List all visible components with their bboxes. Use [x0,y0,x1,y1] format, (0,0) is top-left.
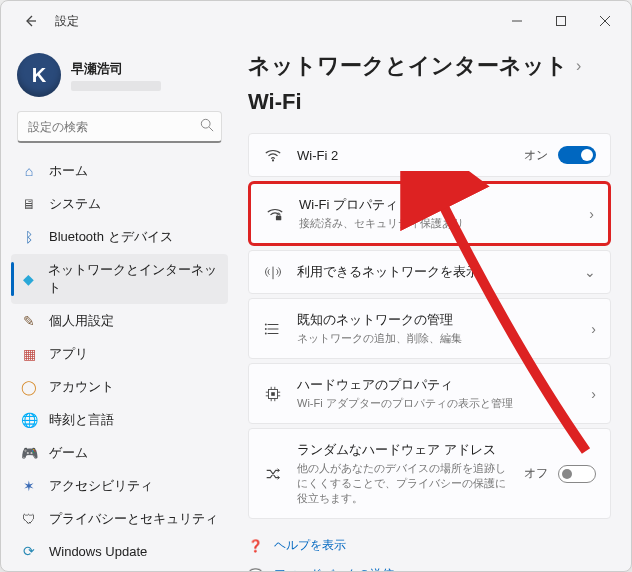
sidebar: K 早瀬浩司 ⌂ホーム 🖥システム ᛒBluetooth とデバイス ◆ネットワ… [1,41,236,571]
wifi-properties-card[interactable]: Wi-Fi プロパティ 接続済み、セキュリティ保護あり › [248,181,611,246]
shuffle-icon [263,465,283,483]
svg-point-4 [265,323,267,325]
chevron-right-icon: › [591,386,596,402]
personalization-icon: ✎ [21,313,37,329]
wifi-icon [263,146,283,164]
sidebar-item-label: アカウント [49,378,114,396]
hardware-properties-card[interactable]: ハードウェアのプロパティ Wi-Fi アダプターのプロパティの表示と管理 › [248,363,611,424]
breadcrumb: ネットワークとインターネット › Wi-Fi [248,51,611,115]
sidebar-item-label: 個人用設定 [49,312,114,330]
chevron-down-icon: ⌄ [584,264,596,280]
minimize-button[interactable] [495,5,539,37]
hardware-sub: Wi-Fi アダプターのプロパティの表示と管理 [297,396,577,411]
antenna-icon [263,263,283,281]
svg-point-6 [265,332,267,334]
feedback-label: フィードバックの送信 [274,566,394,571]
sidebar-item-privacy[interactable]: 🛡プライバシーとセキュリティ [11,503,228,535]
system-icon: 🖥 [21,196,37,212]
help-label: ヘルプを表示 [274,537,346,554]
wifi-toggle-card[interactable]: Wi-Fi 2 オン [248,133,611,177]
main-content: ネットワークとインターネット › Wi-Fi Wi-Fi 2 オン Wi-Fi … [236,41,631,571]
available-title: 利用できるネットワークを表示 [297,263,570,281]
svg-point-2 [272,159,274,161]
breadcrumb-current: Wi-Fi [248,89,302,115]
sidebar-item-home[interactable]: ⌂ホーム [11,155,228,187]
search-input[interactable] [17,111,222,143]
sidebar-item-label: プライバシーとセキュリティ [49,510,218,528]
nav-list: ⌂ホーム 🖥システム ᛒBluetooth とデバイス ◆ネットワークとインター… [11,155,228,566]
back-arrow-icon [23,13,39,29]
help-link[interactable]: ❓ヘルプを表示 [248,537,611,554]
sidebar-item-system[interactable]: 🖥システム [11,188,228,220]
svg-point-1 [201,119,210,128]
list-icon [263,320,283,338]
properties-title: Wi-Fi プロパティ [299,196,575,214]
sidebar-item-label: ゲーム [49,444,88,462]
user-profile[interactable]: K 早瀬浩司 [11,47,228,111]
back-button[interactable] [17,7,45,35]
sidebar-item-bluetooth[interactable]: ᛒBluetooth とデバイス [11,221,228,253]
random-title: ランダムなハードウェア アドレス [297,441,510,459]
breadcrumb-parent[interactable]: ネットワークとインターネット [248,51,568,81]
sidebar-item-label: システム [49,195,101,213]
close-icon [600,16,610,26]
sidebar-item-label: アプリ [49,345,88,363]
sidebar-item-gaming[interactable]: 🎮ゲーム [11,437,228,469]
update-icon: ⟳ [21,543,37,559]
sidebar-item-apps[interactable]: ▦アプリ [11,338,228,370]
feedback-icon: 💬 [248,568,264,572]
known-sub: ネットワークの追加、削除、編集 [297,331,577,346]
wifi-name: Wi-Fi 2 [297,148,510,163]
sidebar-item-label: ネットワークとインターネット [48,261,218,297]
footer-links: ❓ヘルプを表示 💬フィードバックの送信 [248,537,611,571]
sidebar-item-label: Windows Update [49,544,147,559]
sidebar-item-update[interactable]: ⟳Windows Update [11,536,228,566]
feedback-link[interactable]: 💬フィードバックの送信 [248,566,611,571]
sidebar-item-personalization[interactable]: ✎個人用設定 [11,305,228,337]
user-name: 早瀬浩司 [71,60,161,78]
random-status-label: オフ [524,465,548,482]
accessibility-icon: ✶ [21,478,37,494]
hardware-title: ハードウェアのプロパティ [297,376,577,394]
known-networks-card[interactable]: 既知のネットワークの管理 ネットワークの追加、削除、編集 › [248,298,611,359]
chevron-right-icon: › [591,321,596,337]
svg-rect-3 [276,215,281,220]
privacy-icon: 🛡 [21,511,37,527]
home-icon: ⌂ [21,163,37,179]
sidebar-item-time[interactable]: 🌐時刻と言語 [11,404,228,436]
sidebar-item-network[interactable]: ◆ネットワークとインターネット [11,254,228,304]
wifi-lock-icon [265,205,285,223]
help-icon: ❓ [248,539,264,553]
avatar: K [17,53,61,97]
titlebar: 設定 [1,1,631,41]
svg-rect-8 [271,392,275,396]
sidebar-item-label: アクセシビリティ [49,477,153,495]
wifi-toggle[interactable] [558,146,596,164]
sidebar-item-account[interactable]: ◯アカウント [11,371,228,403]
window-title: 設定 [55,13,79,30]
time-language-icon: 🌐 [21,412,37,428]
wifi-status-label: オン [524,147,548,164]
account-icon: ◯ [21,379,37,395]
user-sub-placeholder [71,81,161,91]
gaming-icon: 🎮 [21,445,37,461]
available-networks-card[interactable]: 利用できるネットワークを表示 ⌄ [248,250,611,294]
chip-icon [263,385,283,403]
random-mac-card[interactable]: ランダムなハードウェア アドレス 他の人があなたのデバイスの場所を追跡しにくくす… [248,428,611,519]
sidebar-item-label: Bluetooth とデバイス [49,228,173,246]
apps-icon: ▦ [21,346,37,362]
bluetooth-icon: ᛒ [21,229,37,245]
svg-rect-0 [557,17,566,26]
sidebar-item-accessibility[interactable]: ✶アクセシビリティ [11,470,228,502]
properties-sub: 接続済み、セキュリティ保護あり [299,216,575,231]
random-sub: 他の人があなたのデバイスの場所を追跡しにくくすることで、プライバシーの保護に役立… [297,461,510,506]
chevron-right-icon: › [576,57,581,75]
sidebar-item-label: ホーム [49,162,88,180]
search-icon [200,118,214,136]
search-box [17,111,222,143]
known-title: 既知のネットワークの管理 [297,311,577,329]
random-mac-toggle[interactable] [558,465,596,483]
chevron-right-icon: › [589,206,594,222]
maximize-button[interactable] [539,5,583,37]
close-button[interactable] [583,5,627,37]
